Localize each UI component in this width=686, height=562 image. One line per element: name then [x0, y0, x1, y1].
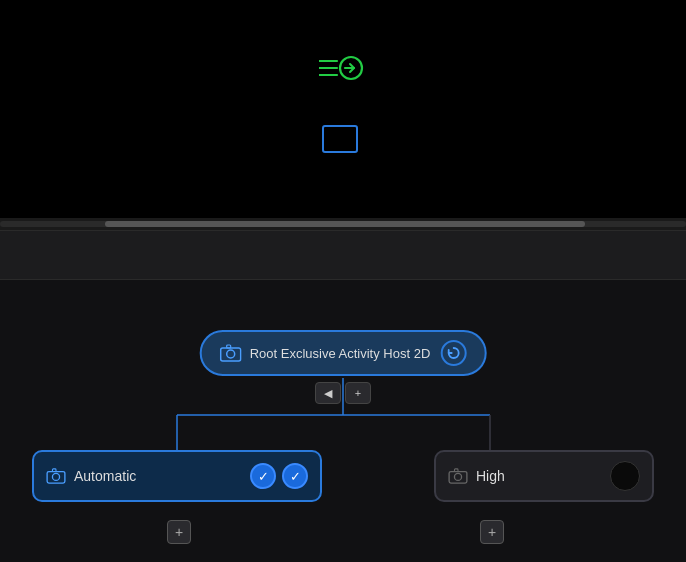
automatic-node[interactable]: Automatic ✓ ✓ — [32, 450, 322, 502]
automatic-camera-icon — [46, 468, 66, 484]
high-label: High — [476, 468, 505, 484]
svg-rect-17 — [454, 469, 458, 472]
high-node-left: High — [448, 468, 505, 484]
automatic-check-2: ✓ — [282, 463, 308, 489]
toolbar-divider — [0, 230, 686, 280]
high-black-circle — [610, 461, 640, 491]
automatic-checks: ✓ ✓ — [250, 463, 308, 489]
root-camera-icon — [220, 344, 242, 362]
root-node-label: Root Exclusive Activity Host 2D — [250, 346, 431, 361]
high-node[interactable]: High — [434, 450, 654, 502]
automatic-add-button[interactable]: + — [167, 520, 191, 544]
nav-buttons: ◀ + — [315, 382, 371, 404]
automatic-node-left: Automatic — [46, 468, 136, 484]
svg-rect-11 — [227, 345, 231, 348]
automatic-label: Automatic — [74, 468, 136, 484]
automatic-check-1: ✓ — [250, 463, 276, 489]
svg-rect-14 — [52, 469, 56, 472]
headlight-icon — [319, 55, 367, 95]
preview-area — [0, 0, 686, 220]
flow-canvas[interactable]: Root Exclusive Activity Host 2D ◀ + Auto… — [0, 280, 686, 562]
high-camera-icon — [448, 468, 468, 484]
nav-back-button[interactable]: ◀ — [315, 382, 341, 404]
scrollbar[interactable] — [0, 218, 686, 230]
svg-point-16 — [454, 473, 461, 480]
scrollbar-track — [0, 221, 686, 227]
nav-add-button[interactable]: + — [345, 382, 371, 404]
svg-point-10 — [227, 350, 235, 358]
screen-icon — [322, 125, 364, 161]
connector-lines — [0, 280, 686, 562]
screen-icon-container — [322, 125, 364, 165]
root-node[interactable]: Root Exclusive Activity Host 2D — [200, 330, 487, 376]
root-arrow-icon[interactable] — [440, 340, 466, 366]
svg-rect-4 — [323, 126, 357, 152]
scrollbar-thumb[interactable] — [105, 221, 585, 227]
svg-point-13 — [52, 473, 59, 480]
high-add-button[interactable]: + — [480, 520, 504, 544]
root-node-left: Root Exclusive Activity Host 2D — [220, 344, 431, 362]
